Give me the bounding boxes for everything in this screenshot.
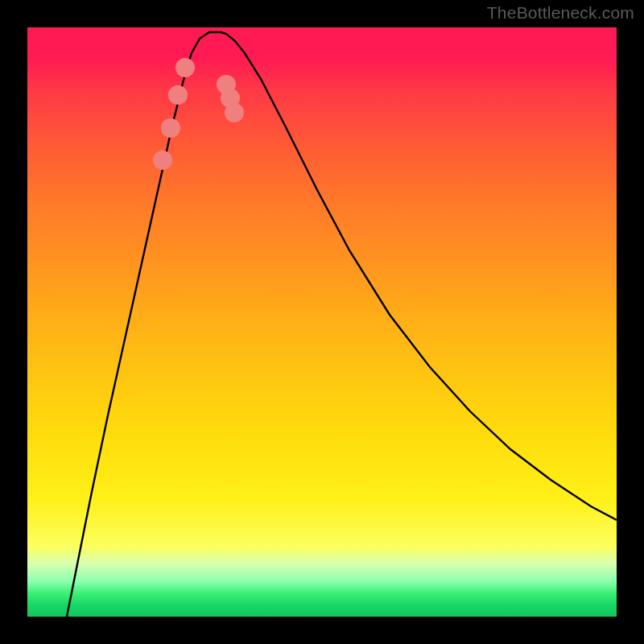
plot-area bbox=[27, 27, 617, 617]
curve-marker bbox=[153, 151, 172, 170]
curve-line bbox=[67, 32, 617, 617]
curve-markers bbox=[153, 58, 244, 170]
curve-marker bbox=[175, 58, 195, 77]
chart-svg bbox=[27, 27, 617, 617]
curve-marker bbox=[225, 103, 244, 122]
chart-frame: TheBottleneck.com bbox=[0, 0, 644, 644]
curve-marker bbox=[161, 118, 180, 138]
watermark-text: TheBottleneck.com bbox=[487, 3, 634, 23]
curve-marker bbox=[168, 85, 188, 105]
